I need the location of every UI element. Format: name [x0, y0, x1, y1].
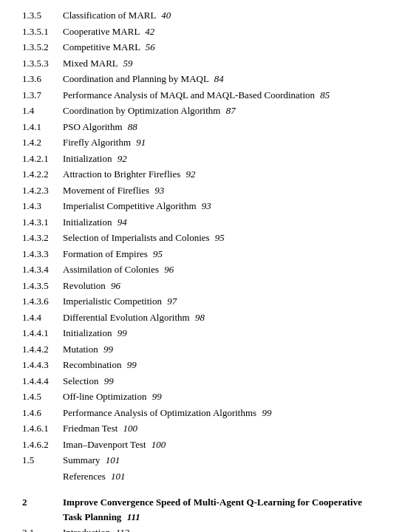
toc-num: 1.4.4.2	[22, 341, 63, 358]
toc-num: 1.3.6	[22, 71, 63, 87]
toc-title: Coordination and Planning by MAQL 84	[63, 71, 377, 87]
toc-page: 99	[115, 327, 127, 338]
toc-row: References 101	[22, 468, 377, 485]
toc-title: Differential Evolution Algorithm 98	[63, 310, 377, 326]
toc-title: Recombination 99	[63, 357, 377, 373]
toc-row: 1.4.3 Imperialist Competitive Algorithm …	[22, 198, 377, 214]
toc-title-text: Formation of Empires	[63, 248, 148, 259]
toc-num: 1.4.4.1	[22, 325, 63, 341]
toc-title-text: Movement of Fireflies	[63, 185, 149, 196]
toc-num: 1.4.2.2	[22, 166, 63, 183]
toc-title: Performance Analysis of Optimization Alg…	[63, 405, 377, 421]
toc-page: 95	[150, 248, 163, 259]
toc-title-text: Mutation	[63, 344, 98, 355]
toc-title-text: Recombination	[63, 359, 121, 370]
toc-row: 1.4 Coordination by Optimization Algorit…	[22, 103, 377, 119]
toc-title-text: Firefly Algorithm	[63, 137, 131, 148]
toc-title: Initialization 99	[63, 325, 377, 341]
toc-title: Mixed MARL 59	[63, 55, 377, 72]
toc-row: 1.3.5.1 Cooperative MARL 42	[22, 24, 377, 40]
toc-num: 1.4.3	[22, 198, 63, 214]
toc-title: Classification of MARL 40	[63, 7, 377, 24]
toc-title-text: Selection	[63, 375, 98, 386]
toc-page: 40	[158, 10, 171, 21]
toc-row: 1.5 Summary 101	[22, 452, 377, 468]
toc-title: Off-line Optimization 99	[63, 389, 377, 405]
toc-row: 1.4.5 Off-line Optimization 99	[22, 389, 377, 405]
toc-title-text: Competitive MARL	[63, 41, 140, 52]
toc-title: Selection 99	[63, 373, 377, 389]
toc-title-text: Assimilation of Colonies	[63, 264, 159, 275]
toc-page: 95	[212, 232, 225, 243]
toc-row: 1.4.3.4 Assimilation of Colonies 96	[22, 262, 377, 278]
toc-title: Introduction 112	[63, 525, 377, 532]
toc-num: 1.3.5.1	[22, 24, 63, 40]
toc-title-text: Differential Evolution Algorithm	[63, 312, 190, 323]
toc-num: 1.4.3.5	[22, 278, 63, 294]
toc-title-text: Imperialistic Competition	[63, 296, 162, 307]
toc-page: 93	[199, 200, 211, 211]
toc-row: 1.3.5.2 Competitive MARL 56	[22, 39, 377, 55]
toc-title: Initialization 94	[63, 214, 377, 231]
toc-num: 1.4.3.6	[22, 293, 63, 310]
toc-title: Selection of Imperialists and Colonies 9…	[63, 230, 377, 246]
toc-title: Attraction to Brighter Fireflies 92	[63, 166, 377, 183]
toc-page: 87	[223, 105, 236, 116]
toc-page: 93	[151, 185, 164, 196]
toc-row: 1.4.4.4 Selection 99	[22, 373, 377, 389]
toc-row: 1.4.4 Differential Evolution Algorithm 9…	[22, 310, 377, 326]
toc-title: Mutation 99	[63, 341, 377, 358]
toc-page: 99	[259, 407, 271, 418]
toc-title: Revolution 96	[63, 278, 377, 294]
toc-row: 1.4.2.2 Attraction to Brighter Fireflies…	[22, 166, 377, 183]
toc-page: 91	[133, 137, 146, 148]
toc-num: 2.1	[22, 525, 63, 532]
toc-num	[22, 468, 63, 485]
toc-page: 98	[192, 312, 205, 323]
toc-num: 1.4.3.3	[22, 246, 63, 262]
toc-num: 1.4.1	[22, 119, 63, 135]
toc-page: 97	[164, 296, 177, 307]
toc-num: 1.4.2	[22, 134, 63, 151]
toc-page: 99	[100, 344, 113, 355]
toc-row: 1.4.4.2 Mutation 99	[22, 341, 377, 358]
chapter-num: 2	[22, 494, 63, 525]
toc-num: 1.4.2.3	[22, 183, 63, 199]
toc-page: 56	[143, 41, 155, 52]
toc-page: 96	[108, 280, 120, 291]
toc-num: 1.4.3.4	[22, 262, 63, 278]
toc-row: 1.4.6.1 Friedman Test 100	[22, 420, 377, 437]
toc-title-text: Attraction to Brighter Fireflies	[63, 168, 180, 180]
toc-title-text: Coordination by Optimization Algorithm	[63, 105, 220, 116]
toc-page: 99	[149, 391, 162, 402]
toc-title: Competitive MARL 56	[63, 39, 377, 55]
toc-title-text: Iman–Davenport Test	[63, 439, 146, 450]
toc-row: 1.4.4.1 Initialization 99	[22, 325, 377, 341]
toc-row: 1.4.1 PSO Algorithm 88	[22, 119, 377, 135]
toc-title: Iman–Davenport Test 100	[63, 437, 377, 453]
toc-title-text: Classification of MARL	[63, 10, 156, 21]
toc-title: Assimilation of Colonies 96	[63, 262, 377, 278]
toc-title-text: Summary	[63, 454, 100, 466]
toc-page: 42	[142, 26, 154, 37]
toc-table: 1.3.5 Classification of MARL 40 1.3.5.1 …	[22, 7, 377, 532]
toc-num: 1.4	[22, 103, 63, 119]
toc-title: Imperialist Competitive Algorithm 93	[63, 198, 377, 214]
chapter-title-text: Improve Convergence Speed of Multi-Agent…	[63, 497, 362, 522]
toc-row: 1.4.3.3 Formation of Empires 95	[22, 246, 377, 262]
toc-num: 1.4.4.3	[22, 357, 63, 373]
chapter-page: 111	[124, 511, 140, 522]
chapter-heading-row: 2 Improve Convergence Speed of Multi-Age…	[22, 494, 377, 525]
toc-title: Coordination by Optimization Algorithm 8…	[63, 103, 377, 119]
toc-row: 1.4.3.1 Initialization 94	[22, 214, 377, 231]
toc-page: 100	[149, 439, 166, 450]
toc-page: 59	[120, 58, 133, 69]
toc-row: 1.4.2.3 Movement of Fireflies 93	[22, 183, 377, 199]
toc-row: 1.4.2 Firefly Algorithm 91	[22, 134, 377, 151]
toc-page: 84	[211, 73, 224, 84]
toc-title-text: Performance Analysis of MAQL and MAQL-Ba…	[63, 89, 315, 100]
toc-title: Formation of Empires 95	[63, 246, 377, 262]
toc-page: 99	[124, 359, 137, 370]
toc-row: 1.4.3.6 Imperialistic Competition 97	[22, 293, 377, 310]
toc-page: 99	[101, 375, 114, 386]
